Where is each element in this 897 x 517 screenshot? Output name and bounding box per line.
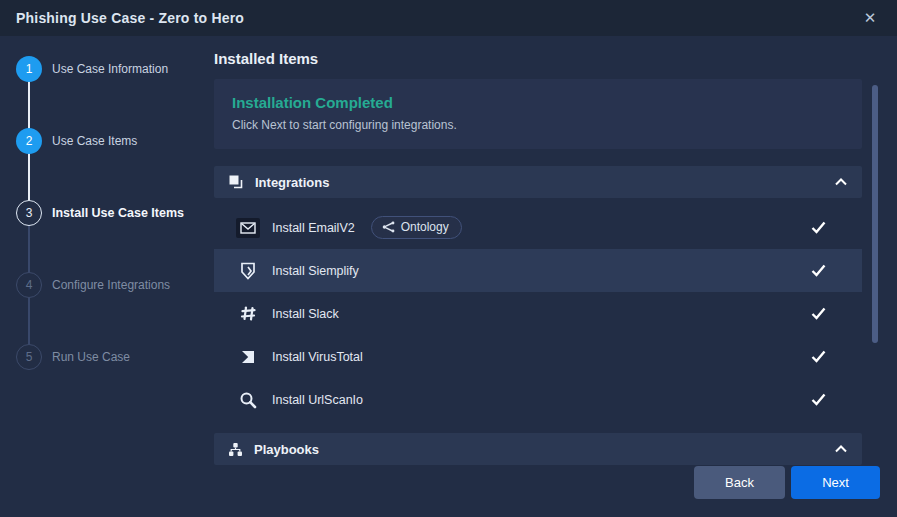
- banner-title: Installation Completed: [232, 94, 844, 111]
- step-number-badge: 2: [16, 128, 42, 154]
- step-number-badge: 1: [16, 56, 42, 82]
- main-content: Installed Items Installation Completed C…: [214, 36, 862, 517]
- step-label: Use Case Items: [52, 134, 137, 148]
- row-install-emailv2[interactable]: Install EmailV2 Ontology: [214, 206, 862, 249]
- step-use-case-items[interactable]: 2 Use Case Items: [16, 128, 137, 154]
- step-configure-integrations[interactable]: 4 Configure Integrations: [16, 272, 170, 298]
- row-label: Install VirusTotal: [272, 350, 363, 364]
- back-button[interactable]: Back: [694, 466, 785, 499]
- chevron-up-icon[interactable]: [834, 177, 848, 187]
- section-header-integrations[interactable]: Integrations: [214, 166, 862, 198]
- step-label: Run Use Case: [52, 350, 130, 364]
- ontology-branch-icon: [382, 221, 395, 233]
- row-label: Install Slack: [272, 307, 339, 321]
- installed-check-icon: [811, 307, 826, 320]
- step-label: Install Use Case Items: [52, 206, 184, 220]
- page-title: Installed Items: [214, 50, 862, 67]
- integrations-icon: [228, 174, 244, 190]
- step-label: Use Case Information: [52, 62, 168, 76]
- virustotal-icon: [236, 346, 260, 368]
- section-label: Playbooks: [254, 442, 319, 457]
- installed-check-icon: [811, 350, 826, 363]
- step-install-use-case-items[interactable]: 3 Install Use Case Items: [16, 200, 184, 226]
- row-install-siemplify[interactable]: Install Siemplify: [214, 249, 862, 292]
- row-label: Install UrlScanIo: [272, 393, 363, 407]
- badge-label: Ontology: [401, 220, 449, 234]
- slack-icon: [236, 303, 260, 325]
- modal-titlebar: Phishing Use Case - Zero to Hero ✕: [0, 0, 897, 36]
- row-install-virustotal[interactable]: Install VirusTotal: [214, 335, 862, 378]
- urlscan-magnifier-icon: [236, 389, 260, 411]
- row-label: Install EmailV2: [272, 221, 355, 235]
- section-header-playbooks[interactable]: Playbooks: [214, 433, 862, 465]
- chevron-up-icon[interactable]: [834, 444, 848, 454]
- step-label: Configure Integrations: [52, 278, 170, 292]
- installation-status-banner: Installation Completed Click Next to sta…: [214, 79, 862, 149]
- row-install-slack[interactable]: Install Slack: [214, 292, 862, 335]
- siemplify-shield-icon: [236, 260, 260, 282]
- step-use-case-information[interactable]: 1 Use Case Information: [16, 56, 168, 82]
- scrollbar-thumb[interactable]: [872, 85, 878, 343]
- close-icon[interactable]: ✕: [859, 7, 881, 29]
- next-button[interactable]: Next: [791, 466, 880, 499]
- installed-items-list: Integrations Install Ema: [214, 166, 862, 465]
- install-use-case-modal: Phishing Use Case - Zero to Hero ✕ 1 Use…: [0, 0, 897, 517]
- ontology-badge[interactable]: Ontology: [371, 216, 462, 239]
- row-label: Install Siemplify: [272, 264, 359, 278]
- installed-check-icon: [811, 264, 826, 277]
- integration-rows: Install EmailV2 Ontology: [214, 206, 862, 421]
- wizard-stepper: 1 Use Case Information 2 Use Case Items …: [0, 36, 214, 517]
- email-icon: [236, 217, 260, 239]
- row-install-urlscanio[interactable]: Install UrlScanIo: [214, 378, 862, 421]
- installed-check-icon: [811, 221, 826, 234]
- step-number-badge: 4: [16, 272, 42, 298]
- banner-subtitle: Click Next to start configuring integrat…: [232, 118, 844, 132]
- installed-check-icon: [811, 393, 826, 406]
- modal-title: Phishing Use Case - Zero to Hero: [16, 10, 244, 26]
- step-number-badge: 5: [16, 344, 42, 370]
- step-number-badge: 3: [16, 200, 42, 226]
- section-label: Integrations: [255, 175, 329, 190]
- step-run-use-case[interactable]: 5 Run Use Case: [16, 344, 130, 370]
- playbooks-icon: [228, 442, 243, 457]
